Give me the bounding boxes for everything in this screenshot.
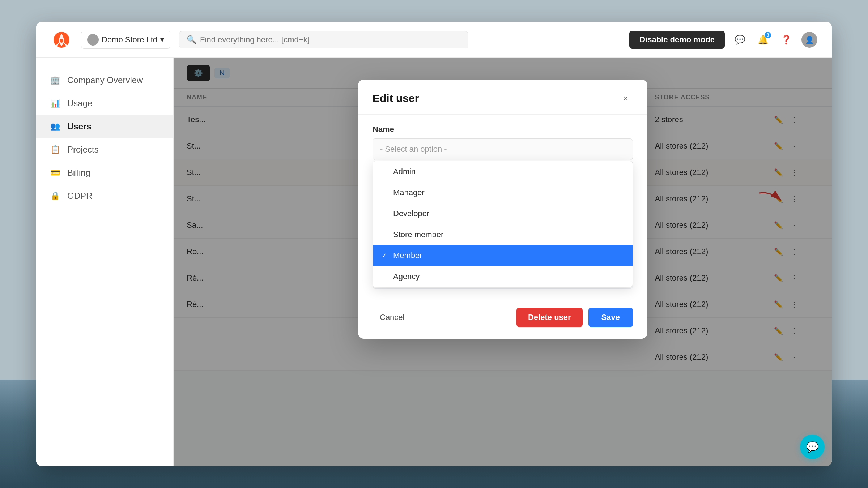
user-avatar[interactable]: 👤	[801, 32, 817, 48]
sidebar-item-projects[interactable]: 📋 Projects	[36, 138, 173, 161]
role-dropdown-menu: Admin Manager Developer	[373, 161, 633, 287]
modal-backdrop[interactable]: Edit user × Name - Select an option -	[174, 58, 832, 466]
header: Demo Store Ltd ▾ 🔍 Disable demo mode 💬 🔔…	[36, 22, 832, 58]
help-icon-button[interactable]: ❓	[778, 32, 794, 48]
dropdown-placeholder: - Select an option -	[380, 145, 447, 154]
delete-user-button[interactable]: Delete user	[516, 308, 583, 327]
sidebar-label-projects: Projects	[67, 145, 99, 155]
billing-icon: 💳	[49, 167, 61, 179]
chat-widget-button[interactable]: 💬	[800, 435, 825, 459]
workspace-avatar	[87, 34, 99, 46]
sidebar-label-company-overview: Company Overview	[67, 75, 143, 85]
header-actions: Disable demo mode 💬 🔔 3 ❓ 👤	[629, 31, 817, 49]
projects-icon: 📋	[49, 144, 61, 155]
workspace-name: Demo Store Ltd	[102, 35, 157, 44]
app-container: Demo Store Ltd ▾ 🔍 Disable demo mode 💬 🔔…	[36, 22, 832, 466]
cancel-button[interactable]: Cancel	[373, 308, 412, 326]
disable-demo-button[interactable]: Disable demo mode	[629, 31, 725, 49]
sidebar-item-gdpr[interactable]: 🔒 GDPR	[36, 184, 173, 207]
notification-badge: 3	[765, 32, 771, 38]
sidebar-item-billing[interactable]: 💳 Billing	[36, 161, 173, 184]
edit-user-modal: Edit user × Name - Select an option -	[358, 80, 647, 339]
sidebar-item-usage[interactable]: 📊 Usage	[36, 92, 173, 115]
help-icon: ❓	[781, 35, 792, 45]
building-icon: 🏢	[49, 74, 61, 86]
modal-close-button[interactable]: ×	[618, 91, 633, 106]
footer-right: Delete user Save	[516, 308, 633, 327]
sidebar-item-users[interactable]: 👥 Users	[36, 115, 173, 138]
messages-icon-button[interactable]: 💬	[732, 32, 748, 48]
search-bar[interactable]: 🔍	[179, 31, 468, 48]
sidebar-label-usage: Usage	[67, 98, 92, 108]
save-button[interactable]: Save	[588, 308, 633, 327]
message-icon: 💬	[735, 35, 745, 45]
dropdown-option-store-member[interactable]: Store member	[373, 224, 633, 245]
workspace-selector[interactable]: Demo Store Ltd ▾	[81, 31, 170, 49]
search-icon: 🔍	[187, 35, 196, 44]
check-selected-icon: ✓	[382, 252, 389, 260]
user-icon: 👤	[805, 35, 814, 44]
sidebar-label-gdpr: GDPR	[67, 191, 92, 201]
role-dropdown-trigger[interactable]: - Select an option -	[373, 138, 633, 160]
option-label-developer: Developer	[393, 209, 429, 218]
users-icon: 👥	[49, 121, 61, 132]
modal-body: Name - Select an option - Admin	[358, 115, 647, 299]
close-icon: ×	[623, 93, 628, 103]
modal-footer: Cancel Delete user Save	[358, 299, 647, 339]
sidebar-item-company-overview[interactable]: 🏢 Company Overview	[36, 69, 173, 92]
option-label-store-member: Store member	[393, 230, 443, 239]
main-area: 🏢 Company Overview 📊 Usage 👥 Users 📋 Pro…	[36, 58, 832, 466]
dropdown-option-admin[interactable]: Admin	[373, 161, 633, 182]
sidebar-label-billing: Billing	[67, 168, 90, 178]
option-label-admin: Admin	[393, 167, 416, 176]
option-label-member: Member	[393, 251, 422, 260]
chevron-down-icon: ▾	[160, 35, 164, 44]
role-dropdown-container: - Select an option - Admin Ma	[373, 138, 633, 160]
notifications-icon-button[interactable]: 🔔 3	[755, 32, 771, 48]
dropdown-option-manager[interactable]: Manager	[373, 182, 633, 203]
name-label: Name	[373, 125, 633, 134]
gdpr-icon: 🔒	[49, 190, 61, 202]
sidebar-label-users: Users	[67, 121, 92, 132]
sidebar: 🏢 Company Overview 📊 Usage 👥 Users 📋 Pro…	[36, 58, 174, 466]
modal-title: Edit user	[373, 92, 419, 104]
dropdown-option-agency[interactable]: Agency	[373, 266, 633, 287]
content-area: ⚙️ N NAME C STORE ACCESS Tes... member	[174, 58, 832, 466]
search-input[interactable]	[200, 35, 461, 44]
option-label-agency: Agency	[393, 272, 420, 281]
chart-icon: 📊	[49, 98, 61, 109]
dropdown-option-developer[interactable]: Developer	[373, 203, 633, 224]
modal-header: Edit user ×	[358, 80, 647, 115]
chat-icon: 💬	[806, 441, 819, 453]
option-label-manager: Manager	[393, 188, 425, 197]
logo	[51, 29, 72, 51]
dropdown-option-member[interactable]: ✓ Member	[373, 245, 633, 266]
svg-point-1	[60, 39, 63, 43]
